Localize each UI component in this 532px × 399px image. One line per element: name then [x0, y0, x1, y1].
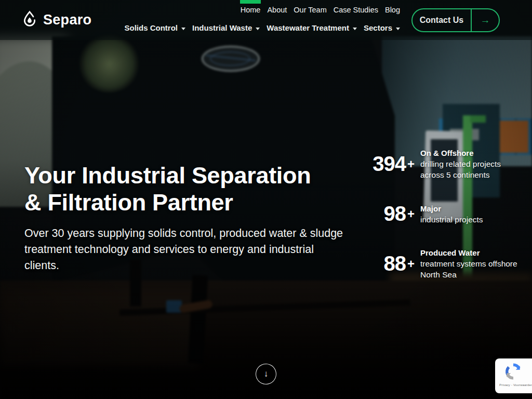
nav-dropdown-solids-control[interactable]: Solids Control: [124, 24, 185, 32]
plus-sign: +: [407, 157, 415, 171]
stats-list: 394 + On & Offshore drilling related pro…: [371, 148, 527, 280]
nav-dropdown-industrial-waste[interactable]: Industrial Waste: [192, 24, 260, 32]
nav-dropdown-wastewater-treatment[interactable]: Wastewater Treatment: [267, 24, 357, 32]
nav-dropdown-label: Wastewater Treatment: [267, 24, 349, 32]
recaptcha-badge[interactable]: Privacy - Voorwaarden: [495, 358, 532, 393]
nav-item-case-studies[interactable]: Case Studies: [334, 0, 378, 14]
stat-number: 394 +: [371, 152, 415, 176]
plus-sign: +: [407, 207, 415, 221]
chevron-down-icon: [256, 28, 260, 30]
stat-text: Major industrial projects: [420, 203, 524, 225]
recaptcha-icon: [503, 362, 523, 381]
nav-item-about[interactable]: About: [267, 0, 287, 14]
site-header: Separo Home About Our Team Case Studies …: [0, 0, 532, 40]
hero-title: Your Industrial Separation & Filtration …: [24, 162, 378, 216]
stat-title: Produced Water: [420, 248, 480, 257]
nav-dropdown-label: Sectors: [364, 24, 392, 32]
nav-item-home[interactable]: Home: [241, 0, 261, 14]
stat-text: Produced Water treatment systems offshor…: [420, 247, 524, 280]
stat-title: Major: [420, 204, 441, 213]
stat-text: On & Offshore drilling related projects …: [420, 148, 524, 180]
chevron-down-icon: [181, 28, 185, 30]
recaptcha-privacy-label[interactable]: Privacy - Voorwaarden: [499, 383, 532, 387]
stat-description: treatment systems offshore North Sea: [420, 258, 524, 280]
nav-dropdown-label: Industrial Waste: [192, 24, 252, 32]
nav-dropdown-label: Solids Control: [124, 24, 178, 32]
stat-produced-water: 88 + Produced Water treatment systems of…: [371, 247, 527, 280]
stat-value: 394: [373, 152, 406, 176]
brand-name: Separo: [43, 12, 91, 28]
stat-number: 88 +: [371, 252, 415, 275]
hero-description: Over 30 years supplying solids control, …: [24, 225, 347, 274]
main-navigation: Home About Our Team Case Studies Blog So…: [124, 0, 400, 32]
stat-value: 98: [383, 202, 406, 225]
brand-logo[interactable]: Separo: [21, 10, 91, 30]
nav-item-blog[interactable]: Blog: [385, 0, 400, 14]
droplet-icon: [21, 10, 38, 30]
stat-value: 88: [383, 252, 406, 275]
hero-title-line2: & Filtration Partner: [24, 189, 233, 216]
stat-description: drilling related projects across 5 conti…: [420, 158, 524, 180]
stat-major-industrial: 98 + Major industrial projects: [371, 202, 527, 225]
stat-title: On & Offshore: [420, 149, 474, 157]
chevron-down-icon: [353, 28, 357, 30]
product-nav: Solids Control Industrial Waste Wastewat…: [124, 24, 400, 32]
scroll-down-button[interactable]: ↓: [256, 364, 276, 384]
contact-us-button[interactable]: Contact Us →: [411, 8, 500, 32]
chevron-down-icon: [396, 28, 400, 30]
hero-title-line1: Your Industrial Separation: [24, 162, 311, 189]
stat-onshore-offshore: 394 + On & Offshore drilling related pro…: [371, 148, 527, 180]
nav-dropdown-sectors[interactable]: Sectors: [364, 24, 400, 32]
top-nav: Home About Our Team Case Studies Blog: [241, 0, 400, 14]
stat-number: 98 +: [371, 202, 415, 225]
stat-description: industrial projects: [420, 214, 524, 225]
arrow-right-icon: →: [472, 9, 499, 31]
plus-sign: +: [407, 257, 415, 271]
contact-us-label: Contact Us: [413, 9, 471, 31]
hero-content: Your Industrial Separation & Filtration …: [0, 0, 532, 399]
nav-item-our-team[interactable]: Our Team: [294, 0, 326, 14]
arrow-down-icon: ↓: [264, 369, 269, 379]
